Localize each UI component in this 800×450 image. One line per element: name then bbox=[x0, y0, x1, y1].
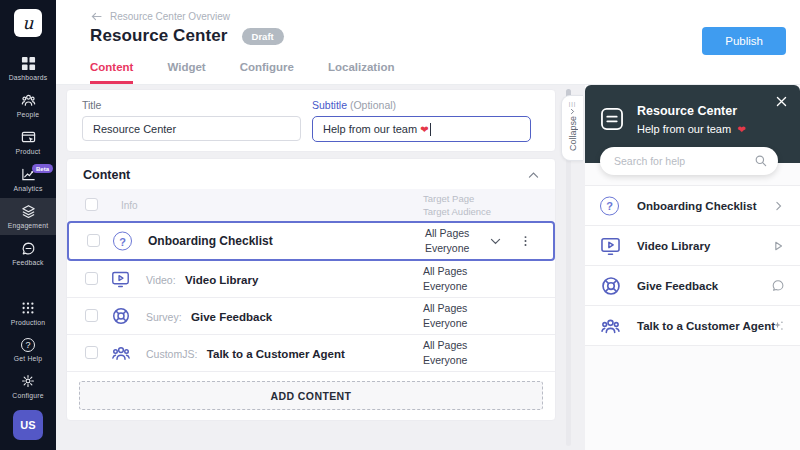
feedback-icon bbox=[21, 241, 36, 256]
subtitle-optional-text: (Optional) bbox=[350, 99, 396, 111]
sidebar-item-label: Engagement bbox=[8, 222, 49, 229]
close-icon[interactable] bbox=[775, 95, 788, 108]
subtitle-input[interactable]: Help from our team ❤ bbox=[312, 116, 531, 142]
row-target-page: All Pages bbox=[423, 339, 467, 351]
list-item-title: Give Feedback bbox=[637, 280, 718, 292]
row-title: Give Feedback bbox=[191, 311, 272, 323]
collapse-label: Collapse bbox=[568, 116, 578, 151]
row-title: Talk to a Customer Agent bbox=[207, 348, 345, 360]
title-label: Title bbox=[82, 99, 301, 111]
play-icon bbox=[771, 239, 785, 253]
subtitle-label-text: Subtitle bbox=[312, 99, 347, 111]
breadcrumb-label: Resource Center Overview bbox=[110, 11, 230, 22]
row-title-group: Survey: Give Feedback bbox=[146, 307, 272, 325]
publish-button[interactable]: Publish bbox=[702, 27, 786, 55]
column-header-target: Target Page Target Audience bbox=[423, 193, 491, 218]
row-checkbox[interactable] bbox=[85, 309, 98, 322]
search-icon bbox=[754, 154, 768, 168]
title-input[interactable] bbox=[82, 116, 301, 141]
sidebar-item-product[interactable]: Product bbox=[0, 124, 56, 161]
engagement-icon bbox=[21, 204, 36, 219]
survey-icon bbox=[111, 306, 131, 326]
collapse-panel-tab[interactable]: ||| Collapse bbox=[561, 95, 583, 161]
list-item-video-library[interactable]: Video Library bbox=[585, 226, 800, 266]
table-row-give-feedback[interactable]: Survey: Give Feedback All Pages Everyone bbox=[67, 298, 555, 335]
row-checkbox[interactable] bbox=[87, 234, 100, 247]
status-badge: Draft bbox=[242, 28, 284, 45]
table-row-talk-to-agent[interactable]: CustomJS: Talk to a Customer Agent All P… bbox=[67, 335, 555, 372]
question-circle-icon: ? bbox=[113, 232, 132, 251]
select-all-checkbox[interactable] bbox=[85, 198, 98, 211]
preview-subtitle: Help from our team ❤ bbox=[637, 123, 746, 135]
production-icon bbox=[21, 301, 35, 316]
sidebar-item-feedback[interactable]: Feedback bbox=[0, 235, 56, 272]
kebab-menu-icon[interactable] bbox=[519, 234, 532, 249]
content-heading: Content bbox=[83, 168, 130, 182]
sidebar-item-configure[interactable]: Configure bbox=[0, 368, 56, 405]
row-type-label: Survey: bbox=[146, 311, 182, 323]
title-field-group: Title bbox=[82, 99, 301, 141]
table-header-row: Info Target Page Target Audience bbox=[67, 189, 555, 221]
sidebar: u Dashboards People Product bbox=[0, 0, 56, 450]
row-title: Video Library bbox=[185, 274, 258, 286]
title-row: Resource Center Draft bbox=[90, 26, 284, 46]
tab-content[interactable]: Content bbox=[90, 61, 133, 84]
customjs-icon bbox=[111, 343, 131, 363]
sidebar-item-analytics[interactable]: Beta Analytics bbox=[0, 161, 56, 198]
sidebar-item-people[interactable]: People bbox=[0, 87, 56, 124]
chevron-down-icon[interactable] bbox=[489, 235, 502, 248]
sidebar-item-label: Get Help bbox=[14, 355, 42, 362]
brand-logo-letter: u bbox=[23, 13, 34, 33]
table-row-video-library[interactable]: Video: Video Library All Pages Everyone bbox=[67, 261, 555, 298]
tab-localization[interactable]: Localization bbox=[328, 61, 394, 84]
survey-icon bbox=[600, 275, 622, 297]
sidebar-item-production[interactable]: Production bbox=[0, 295, 56, 332]
tab-bar: Content Widget Configure Localization bbox=[90, 61, 394, 84]
sidebar-item-dashboards[interactable]: Dashboards bbox=[0, 50, 56, 87]
table-row-onboarding-checklist[interactable]: ? Onboarding Checklist All Pages Everyon… bbox=[67, 221, 555, 261]
row-target: All Pages Everyone bbox=[423, 301, 467, 331]
row-checkbox[interactable] bbox=[85, 272, 98, 285]
tab-widget[interactable]: Widget bbox=[167, 61, 205, 84]
sidebar-item-label: Configure bbox=[12, 392, 43, 399]
search-input[interactable]: Search for help bbox=[600, 147, 778, 175]
brand-logo[interactable]: u bbox=[14, 9, 42, 37]
row-target-audience: Everyone bbox=[423, 354, 467, 366]
subtitle-value: Help from our team bbox=[323, 123, 417, 135]
sidebar-item-get-help[interactable]: ? Get Help bbox=[0, 332, 56, 368]
sidebar-item-label: Product bbox=[16, 148, 41, 155]
chat-bubble-icon bbox=[771, 279, 785, 293]
search-placeholder: Search for help bbox=[614, 155, 685, 167]
sidebar-item-label: Analytics bbox=[14, 185, 43, 192]
app-root: u Dashboards People Product bbox=[0, 0, 800, 450]
sidebar-item-label: Feedback bbox=[12, 259, 43, 266]
book-icon bbox=[599, 106, 625, 132]
add-content-button[interactable]: ADD CONTENT bbox=[79, 381, 543, 410]
chevron-up-icon[interactable] bbox=[527, 169, 540, 182]
breadcrumb[interactable]: Resource Center Overview bbox=[90, 10, 230, 23]
sidebar-nav: Dashboards People Product Beta Analytic bbox=[0, 50, 56, 272]
get-help-icon: ? bbox=[21, 338, 35, 352]
chevron-right-icon bbox=[772, 199, 785, 212]
column-header-target-audience: Target Audience bbox=[423, 206, 491, 217]
resource-center-preview: Resource Center Help from our team ❤ Sea… bbox=[585, 85, 800, 450]
sidebar-item-label: Production bbox=[11, 319, 46, 326]
grip-icon: ||| bbox=[569, 101, 577, 107]
user-avatar[interactable]: US bbox=[13, 410, 43, 440]
content-section-header: Content bbox=[67, 159, 555, 189]
tab-configure[interactable]: Configure bbox=[240, 61, 294, 84]
list-item-give-feedback[interactable]: Give Feedback bbox=[585, 266, 800, 306]
people-icon bbox=[21, 93, 36, 108]
row-target-page: All Pages bbox=[423, 302, 467, 314]
row-title-group: CustomJS: Talk to a Customer Agent bbox=[146, 344, 345, 362]
subtitle-label: Subtitle (Optional) bbox=[312, 99, 531, 111]
row-checkbox[interactable] bbox=[85, 346, 98, 359]
list-item-talk-to-agent[interactable]: Talk to a Customer Agent bbox=[585, 306, 800, 346]
video-icon bbox=[600, 235, 621, 256]
content-card: Content Info Target Page Target Audience… bbox=[66, 158, 556, 421]
sidebar-item-engagement[interactable]: Engagement bbox=[0, 198, 56, 235]
row-type-label: CustomJS: bbox=[146, 348, 197, 360]
beta-badge: Beta bbox=[32, 164, 53, 173]
list-item-onboarding-checklist[interactable]: ? Onboarding Checklist bbox=[585, 186, 800, 226]
product-icon bbox=[21, 130, 36, 145]
